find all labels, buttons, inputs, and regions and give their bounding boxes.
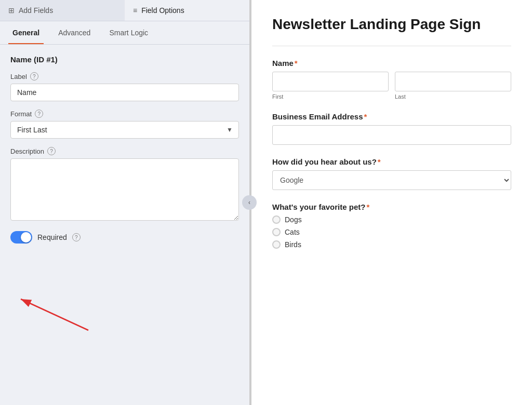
tab-general[interactable]: General xyxy=(8,21,44,44)
first-name-sublabel: First xyxy=(272,93,389,100)
field-section-title: Name (ID #1) xyxy=(10,55,239,64)
form-pet-label: What's your favorite pet?* xyxy=(272,203,511,211)
pet-required-star: * xyxy=(366,203,369,211)
form-name-label: Name* xyxy=(272,59,511,68)
format-select[interactable]: First Last First Last First Middle Last xyxy=(10,121,239,139)
radio-circle-birds xyxy=(272,240,281,249)
radio-dogs[interactable]: Dogs xyxy=(272,215,511,224)
name-required-star: * xyxy=(295,59,298,68)
first-name-input[interactable] xyxy=(272,72,389,91)
first-name-wrapper: First xyxy=(272,72,389,100)
required-help-icon[interactable]: ? xyxy=(72,233,81,241)
svg-line-1 xyxy=(21,299,88,330)
description-field-group: Description ? xyxy=(10,147,239,223)
name-input-row: First Last xyxy=(272,72,511,100)
tab-field-options[interactable]: ≡ Field Options xyxy=(125,0,249,21)
form-name-group: Name* First Last xyxy=(272,59,511,100)
field-options-label: Field Options xyxy=(141,6,184,15)
right-panel: Newsletter Landing Page Sign Name* First… xyxy=(249,0,532,405)
collapse-icon: ‹ xyxy=(248,199,250,206)
format-field-label: Format ? xyxy=(10,110,239,118)
tab-add-fields[interactable]: ⊞ Add Fields xyxy=(0,0,125,21)
top-tabs: ⊞ Add Fields ≡ Field Options xyxy=(0,0,249,21)
sub-tabs: General Advanced Smart Logic xyxy=(0,21,249,45)
email-input[interactable] xyxy=(272,125,511,145)
form-divider xyxy=(272,46,511,46)
description-field-label: Description ? xyxy=(10,147,239,155)
tab-advanced[interactable]: Advanced xyxy=(54,21,95,44)
form-email-label: Business Email Address* xyxy=(272,112,511,121)
format-select-wrapper: First Last First Last First Middle Last … xyxy=(10,121,239,139)
format-field-group: Format ? First Last First Last First Mid… xyxy=(10,110,239,139)
required-label: Required xyxy=(37,233,67,241)
required-toggle[interactable] xyxy=(10,231,32,244)
required-toggle-row: Required ? xyxy=(10,231,239,244)
radio-circle-cats xyxy=(272,228,281,236)
field-options-icon: ≡ xyxy=(133,6,137,15)
arrow-annotation xyxy=(10,294,94,338)
label-field-label: Label ? xyxy=(10,72,239,80)
last-name-sublabel: Last xyxy=(395,93,511,100)
add-fields-label: Add Fields xyxy=(19,6,53,15)
pet-radio-group: Dogs Cats Birds xyxy=(272,215,511,249)
description-help-icon[interactable]: ? xyxy=(47,147,56,155)
label-input[interactable] xyxy=(10,84,239,101)
form-hear-group: How did you hear about us?* Google xyxy=(272,157,511,190)
radio-birds[interactable]: Birds xyxy=(272,240,511,249)
radio-circle-dogs xyxy=(272,215,281,224)
last-name-input[interactable] xyxy=(395,72,511,91)
email-required-star: * xyxy=(364,112,367,121)
form-title: Newsletter Landing Page Sign xyxy=(272,16,511,33)
toggle-knob xyxy=(21,232,31,242)
label-field-group: Label ? xyxy=(10,72,239,101)
label-help-icon[interactable]: ? xyxy=(30,72,38,80)
description-textarea[interactable] xyxy=(10,158,239,221)
radio-cats[interactable]: Cats xyxy=(272,228,511,236)
last-name-wrapper: Last xyxy=(395,72,511,100)
form-hear-label: How did you hear about us?* xyxy=(272,157,511,166)
hear-required-star: * xyxy=(378,157,381,166)
hear-about-select[interactable]: Google xyxy=(272,170,511,190)
left-panel: ⊞ Add Fields ≡ Field Options General Adv… xyxy=(0,0,249,405)
add-fields-icon: ⊞ xyxy=(8,6,15,15)
form-pet-group: What's your favorite pet?* Dogs Cats Bir… xyxy=(272,203,511,249)
form-email-group: Business Email Address* xyxy=(272,112,511,145)
format-help-icon[interactable]: ? xyxy=(35,110,43,118)
collapse-button[interactable]: ‹ xyxy=(242,195,257,210)
tab-smart-logic[interactable]: Smart Logic xyxy=(105,21,152,44)
panel-content: Name (ID #1) Label ? Format ? First Last… xyxy=(0,45,249,405)
